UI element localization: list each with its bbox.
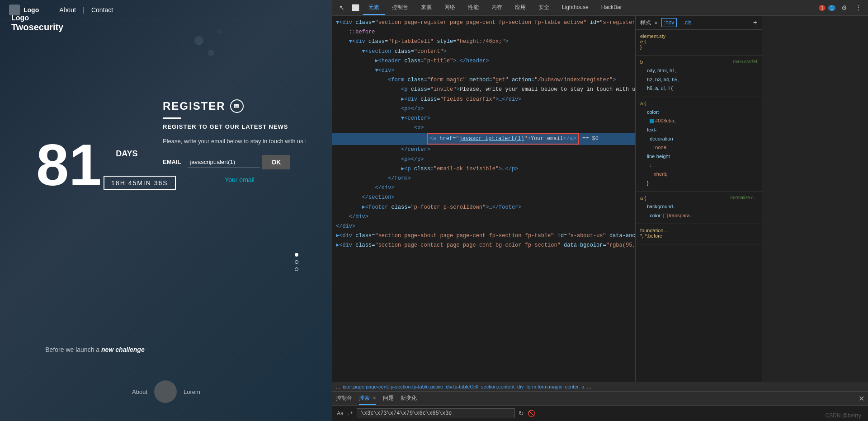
nav-contact-link[interactable]: Contact — [85, 4, 120, 16]
your-email-link[interactable]: Your email — [163, 176, 316, 183]
tab-lighthouse[interactable]: Lighthouse — [557, 1, 594, 14]
tab-console[interactable]: 控制台 — [387, 1, 414, 15]
style-property: line-height — [640, 152, 757, 161]
breadcrumb-item-1[interactable]: ister.page.page-cent.fp-section.fp-table… — [343, 384, 443, 389]
device-toggle-button[interactable]: ⬜ — [349, 2, 361, 14]
dom-line[interactable]: ►<header class="p-title">…</header> — [332, 56, 635, 66]
style-property: h6, a, ul, li { — [640, 84, 757, 93]
console-tab-console[interactable]: 控制台 — [336, 393, 352, 405]
email-form: EMAIL OK — [163, 155, 316, 169]
bottom-nav-circle[interactable] — [154, 380, 177, 403]
tab-sources[interactable]: 来源 — [415, 1, 437, 15]
style-property: } — [640, 179, 757, 188]
nav-logo-text: Logo — [24, 6, 39, 14]
breadcrumb-item-6[interactable]: center — [565, 384, 579, 389]
dom-line[interactable]: ▼<div class="section page-register page … — [332, 18, 635, 28]
register-divider — [163, 117, 181, 119]
dom-line[interactable]: ►<p class="email-ok invisible">…</p> — [332, 164, 635, 174]
dom-line[interactable]: ▼<div class="fp-tableCell" style="height… — [332, 37, 635, 47]
search-regex-toggle[interactable]: .* — [347, 411, 353, 416]
dom-highlighted-line[interactable]: <a href="javascr_ipt:alert(1)">Your emai… — [332, 133, 635, 145]
dom-line[interactable]: ::before — [332, 28, 635, 37]
register-section: REGISTER ✉ REGISTER TO GET OUR LATEST NE… — [163, 99, 316, 183]
dom-line[interactable]: </form> — [332, 174, 635, 183]
breadcrumb-dots: ... — [336, 384, 340, 389]
dom-line[interactable]: <p></p> — [332, 155, 635, 164]
dom-line[interactable]: <p class="invite">Please, write your ema… — [332, 85, 635, 94]
style-checkbox — [663, 214, 668, 218]
dom-line[interactable]: ►<div class="section page-contact page p… — [332, 241, 635, 250]
email-input[interactable] — [188, 156, 260, 168]
search-aa-toggle[interactable]: Aa — [337, 410, 344, 416]
register-description: Please, write your email below to stay i… — [163, 137, 316, 146]
breadcrumb-bar: ... ister.page.page-cent.fp-section.fp-t… — [332, 382, 868, 392]
site-logo-name: Logo — [11, 14, 63, 22]
breadcrumb-item-5[interactable]: form.form.magic — [526, 384, 562, 389]
dom-line[interactable]: </div> — [332, 222, 635, 231]
style-property: text- — [640, 126, 757, 135]
website-panel: Logo About | Contact Logo Twosecurity 81… — [0, 0, 332, 421]
dom-line[interactable]: ▼<section class="content"> — [332, 47, 635, 56]
tab-memory[interactable]: 内存 — [486, 1, 508, 15]
register-icon: ✉ — [230, 99, 244, 113]
tab-hackbar[interactable]: HackBar — [596, 1, 627, 14]
styles-filter-hov[interactable]: :hov — [661, 18, 677, 27]
styles-more[interactable]: » — [655, 19, 658, 26]
tab-network[interactable]: 网络 — [439, 1, 461, 15]
console-tab-search[interactable]: 搜索 ✕ — [359, 393, 376, 405]
breadcrumb-item-7[interactable]: a — [581, 384, 584, 389]
inspect-element-button[interactable]: ↖ — [336, 2, 348, 14]
csdn-watermark: CSDN @beirry — [825, 412, 861, 419]
style-property: decoration — [640, 135, 757, 144]
tab-application[interactable]: 应用 — [509, 1, 531, 15]
tab-elements[interactable]: 元素 — [363, 1, 385, 15]
bottom-nav-lorem[interactable]: Lorem — [184, 388, 200, 395]
error-badge: 1 — [819, 5, 826, 11]
bottom-nav-about[interactable]: About — [132, 388, 147, 395]
console-tab-issues[interactable]: 问题 — [383, 393, 394, 405]
search-row: Aa .* ↻ 🚫 — [332, 406, 868, 421]
more-button[interactable]: ⋮ — [853, 2, 864, 14]
dom-tree[interactable]: ▼<div class="section page-register page … — [332, 16, 635, 382]
dom-line[interactable]: ►<div class="fields clearfix">…</div> — [332, 95, 635, 104]
dom-line[interactable]: <form class="form magic" method="get" ac… — [332, 75, 635, 85]
styles-panel: 样式 » :hov .cls + element.stye {} b main.… — [635, 16, 762, 382]
style-source[interactable]: main.css:94 — [733, 59, 757, 64]
tab-performance[interactable]: 性能 — [462, 1, 484, 15]
search-tab-close[interactable]: ✕ — [373, 396, 376, 401]
styles-add-rule[interactable]: + — [753, 19, 757, 27]
dom-line[interactable]: ►<footer class="p-footer p-scrolldown">…… — [332, 203, 635, 212]
settings-button[interactable]: ⚙ — [838, 2, 850, 14]
styles-filter-cls[interactable]: .cls — [680, 18, 694, 27]
breadcrumb-item-4[interactable]: div — [517, 384, 524, 389]
dot-1 — [295, 253, 298, 257]
search-input[interactable] — [357, 408, 515, 418]
console-tabs: 控制台 搜索 ✕ 问题 新变化 ✕ — [332, 392, 868, 406]
dom-line[interactable]: </center> — [332, 145, 635, 154]
countdown-area: 81 DAYS 18H 45MIN 36S — [36, 136, 176, 194]
search-refresh-button[interactable]: ↻ — [519, 410, 524, 417]
dom-line[interactable]: <b> — [332, 123, 635, 133]
ok-button[interactable]: OK — [262, 155, 290, 169]
dom-line[interactable]: ►<div class="section page-about page pag… — [332, 231, 635, 241]
dom-line[interactable]: ▼<center> — [332, 114, 635, 123]
style-property: #008cba; — [640, 117, 757, 126]
dom-line[interactable]: ▼<div> — [332, 66, 635, 75]
style-selector: a { — [640, 101, 757, 106]
warn-badge: 1 — [828, 5, 835, 11]
dom-line[interactable]: </div> — [332, 212, 635, 222]
tab-security[interactable]: 安全 — [533, 1, 555, 15]
deco-circle-3 — [217, 29, 222, 34]
countdown-time: 18H 45MIN 36S — [111, 179, 168, 187]
breadcrumb-item-3[interactable]: section.content — [481, 384, 514, 389]
bottom-panel-close[interactable]: ✕ — [859, 394, 864, 403]
site-logo-area: Logo Twosecurity — [11, 14, 63, 33]
search-clear-button[interactable]: 🚫 — [528, 410, 535, 417]
breadcrumb-item-2[interactable]: div.fp-tableCell — [446, 384, 478, 389]
style-property: background- — [640, 202, 757, 211]
console-tab-changes[interactable]: 新变化 — [401, 393, 417, 405]
dom-line[interactable]: </div> — [332, 183, 635, 193]
dom-line[interactable]: </section> — [332, 193, 635, 202]
dom-line[interactable]: <p></p> — [332, 104, 635, 114]
styles-label: 样式 — [640, 19, 651, 27]
